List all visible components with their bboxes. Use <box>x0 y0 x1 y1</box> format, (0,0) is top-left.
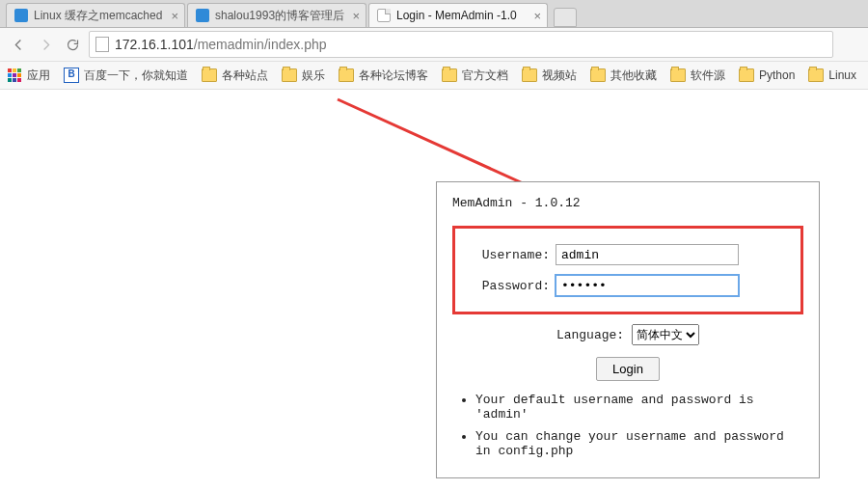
folder-icon <box>808 68 824 82</box>
credentials-highlight: Username: Password: <box>452 226 803 314</box>
folder-icon <box>590 68 606 82</box>
arrow-left-icon <box>12 38 26 52</box>
login-panel: MemAdmin - 1.0.12 Username: Password: La… <box>436 181 820 478</box>
bookmark-folder[interactable]: 其他收藏 <box>590 68 657 84</box>
address-bar[interactable]: 172.16.1.101/memadmin/index.php <box>89 31 833 58</box>
tab-favicon <box>377 9 391 22</box>
folder-icon <box>202 68 217 82</box>
folder-icon <box>522 68 537 82</box>
url-host: 172.16.1.101 <box>115 37 194 52</box>
bookmark-folder[interactable]: Python <box>739 68 795 82</box>
bookmark-label: 官方文档 <box>462 68 508 84</box>
bookmark-folder[interactable]: 官方文档 <box>442 68 508 84</box>
bookmark-folder[interactable]: 视频站 <box>522 68 577 84</box>
bookmarks-bar: 应用 B百度一下，你就知道 各种站点 娱乐 各种论坛博客 官方文档 视频站 其他… <box>0 62 868 90</box>
arrow-right-icon <box>39 38 53 52</box>
folder-icon <box>670 68 686 82</box>
close-icon[interactable]: × <box>352 10 360 22</box>
folder-icon <box>339 68 354 82</box>
bookmark-folder[interactable]: 各种论坛博客 <box>339 68 428 84</box>
page-icon <box>95 37 109 52</box>
login-note: Your default username and password is 'a… <box>475 393 803 422</box>
bookmark-label: Linux <box>828 68 856 82</box>
toolbar-right-spacer <box>839 34 860 55</box>
language-row: Language: 简体中文 <box>452 324 803 345</box>
bookmark-label: 各种论坛博客 <box>359 68 428 84</box>
bookmark-item[interactable]: B百度一下，你就知道 <box>64 68 188 84</box>
password-input[interactable] <box>556 275 739 296</box>
login-button[interactable]: Login <box>596 357 660 381</box>
back-button[interactable] <box>8 34 29 55</box>
reload-button[interactable] <box>62 34 83 55</box>
login-notes: Your default username and password is 'a… <box>452 393 803 458</box>
apps-shortcut[interactable]: 应用 <box>8 68 50 84</box>
url-path: /memadmin/index.php <box>194 37 327 52</box>
username-row: Username: <box>463 244 793 265</box>
username-input[interactable] <box>556 244 739 265</box>
tab-favicon <box>14 9 28 22</box>
baidu-icon: B <box>64 68 79 83</box>
app-title: MemAdmin - 1.0.12 <box>452 196 803 210</box>
bookmark-label: 其他收藏 <box>610 68 657 84</box>
bookmark-label: 娱乐 <box>302 68 325 84</box>
folder-icon <box>442 68 457 82</box>
password-label: Password: <box>463 279 550 293</box>
login-note: You can change your username and passwor… <box>475 429 803 458</box>
bookmark-label: 各种站点 <box>222 68 268 84</box>
close-icon[interactable]: × <box>533 10 541 22</box>
tab-title: Linux 缓存之memcached <box>34 8 165 24</box>
tab-title: shalou1993的博客管理后 <box>215 8 346 24</box>
tab-title: Login - MemAdmin -1.0 <box>396 9 528 22</box>
folder-icon <box>282 68 297 82</box>
bookmark-label: 百度一下，你就知道 <box>84 68 188 84</box>
username-label: Username: <box>463 248 550 262</box>
bookmark-label: Python <box>759 68 795 82</box>
login-button-row: Login <box>452 357 803 381</box>
close-icon[interactable]: × <box>171 10 178 22</box>
bookmark-folder[interactable]: Linux <box>808 68 856 82</box>
bookmark-label: 视频站 <box>542 68 577 84</box>
bookmark-folder[interactable]: 娱乐 <box>282 68 325 84</box>
browser-tabstrip: Linux 缓存之memcached × shalou1993的博客管理后 × … <box>0 0 868 28</box>
bookmark-label: 软件源 <box>691 68 725 84</box>
language-label: Language: <box>556 328 624 342</box>
bookmark-folder[interactable]: 软件源 <box>670 68 725 84</box>
new-tab-button[interactable] <box>554 8 577 27</box>
browser-tab-active[interactable]: Login - MemAdmin -1.0 × <box>368 3 548 27</box>
browser-tab[interactable]: Linux 缓存之memcached × <box>6 3 185 27</box>
browser-tab[interactable]: shalou1993的博客管理后 × <box>187 3 366 27</box>
page-viewport: MemAdmin - 1.0.12 Username: Password: La… <box>0 90 868 490</box>
apps-icon <box>8 68 22 83</box>
tab-favicon <box>196 9 209 22</box>
reload-icon <box>66 38 80 52</box>
language-select[interactable]: 简体中文 <box>632 324 699 345</box>
password-row: Password: <box>463 275 793 296</box>
forward-button[interactable] <box>35 34 56 55</box>
browser-toolbar: 172.16.1.101/memadmin/index.php <box>0 28 868 62</box>
apps-label: 应用 <box>27 68 50 84</box>
folder-icon <box>739 68 754 82</box>
bookmark-folder[interactable]: 各种站点 <box>202 68 268 84</box>
